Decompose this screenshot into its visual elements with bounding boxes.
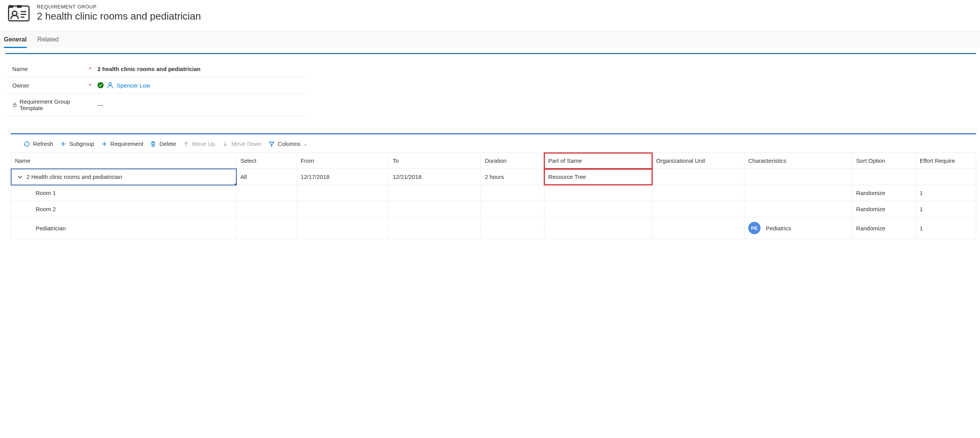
- subgroup-button[interactable]: Subgroup: [60, 140, 94, 147]
- filter-icon: [269, 141, 275, 147]
- arrow-up-icon: [183, 141, 189, 147]
- cell-partofsame[interactable]: [544, 217, 652, 239]
- cell-select[interactable]: [236, 201, 297, 217]
- columns-button[interactable]: Columns ⌄: [269, 140, 307, 147]
- cell-effort[interactable]: [916, 169, 976, 185]
- grid-toolbar: Refresh Subgroup Requirement Delete Move…: [11, 140, 976, 152]
- table-row[interactable]: 2 Health clinic rooms and pediatrician A…: [11, 169, 976, 185]
- refresh-label: Refresh: [33, 140, 53, 147]
- cell-characteristics[interactable]: [744, 201, 852, 217]
- cell-name[interactable]: 2 Health clinic rooms and pediatrician: [11, 169, 236, 185]
- cell-from[interactable]: [297, 185, 389, 201]
- tab-general[interactable]: General: [4, 31, 27, 48]
- cell-duration[interactable]: [481, 185, 544, 201]
- cell-characteristics[interactable]: PE Pediatrics: [744, 217, 852, 239]
- cell-orgunit[interactable]: [652, 185, 744, 201]
- refresh-icon: [24, 141, 30, 147]
- field-template-label-text: Requirement Group Template: [20, 98, 89, 111]
- characteristic-text: Pediatrics: [766, 225, 791, 231]
- cell-name-text: Room 2: [15, 206, 232, 212]
- chevron-down-icon[interactable]: [17, 174, 23, 180]
- field-owner-value[interactable]: Spencer Low: [97, 82, 150, 89]
- trash-icon: [150, 141, 156, 147]
- col-sortoption[interactable]: Sort Option: [852, 153, 916, 169]
- required-spacer: [89, 102, 93, 108]
- field-template: Requirement Group Template ---: [5, 94, 305, 116]
- cell-name[interactable]: Pediatrician: [11, 217, 236, 239]
- cell-duration[interactable]: 2 hours: [481, 169, 544, 185]
- col-name[interactable]: Name: [11, 153, 236, 169]
- entity-label: REQUIREMENT GROUP: [37, 4, 201, 10]
- field-owner-label: Owner: [12, 82, 89, 89]
- refresh-button[interactable]: Refresh: [24, 140, 53, 147]
- field-template-value[interactable]: ---: [97, 102, 103, 108]
- record-title: 2 health clinic rooms and pediatrician: [37, 10, 201, 22]
- cell-name-text: Room 1: [15, 190, 232, 196]
- cell-select[interactable]: [236, 185, 297, 201]
- general-section: Name * 2 health clinic rooms and pediatr…: [5, 53, 976, 128]
- cell-characteristics[interactable]: [744, 169, 852, 185]
- cell-partofsame[interactable]: [544, 201, 652, 217]
- cell-partofsame[interactable]: Resource Tree: [544, 169, 652, 185]
- movedown-button: Move Down: [222, 140, 262, 147]
- tab-related[interactable]: Related: [38, 31, 59, 48]
- cell-name-text: Pediatrician: [15, 225, 232, 231]
- cell-sortoption[interactable]: Randomize: [852, 201, 916, 217]
- svg-rect-1: [8, 5, 13, 8]
- cell-sortoption[interactable]: Randomize: [852, 217, 916, 239]
- cell-effort[interactable]: 1: [916, 201, 976, 217]
- cell-name[interactable]: Room 2: [11, 201, 236, 217]
- col-characteristics[interactable]: Characteristics: [744, 153, 852, 169]
- cell-select[interactable]: All: [236, 169, 297, 185]
- col-from[interactable]: From: [297, 153, 389, 169]
- cell-sortoption[interactable]: [852, 169, 916, 185]
- movedown-label: Move Down: [231, 140, 262, 147]
- form-tabs: General Related: [0, 31, 980, 48]
- cell-characteristics[interactable]: [744, 185, 852, 201]
- cell-select[interactable]: [236, 217, 297, 239]
- cell-orgunit[interactable]: [652, 201, 744, 217]
- cell-name-text: 2 Health clinic rooms and pediatrician: [26, 174, 122, 180]
- cell-from[interactable]: [297, 201, 389, 217]
- col-partofsame[interactable]: Part of Same: [544, 153, 652, 169]
- moveup-label: Move Up: [192, 140, 215, 147]
- field-name-value[interactable]: 2 health clinic rooms and pediatrician: [97, 66, 200, 72]
- columns-label: Columns: [278, 140, 300, 147]
- arrow-down-icon: [222, 141, 228, 147]
- cell-to[interactable]: 12/21/2018: [389, 169, 481, 185]
- cell-partofsame[interactable]: [544, 185, 652, 201]
- table-row[interactable]: Pediatrician PE Pediatrics Randomize 1: [11, 217, 976, 239]
- plus-icon: [101, 141, 107, 147]
- col-effort[interactable]: Effort Require: [916, 153, 976, 169]
- field-template-label: Requirement Group Template: [12, 98, 89, 111]
- cell-duration[interactable]: [481, 201, 544, 217]
- col-duration[interactable]: Duration: [481, 153, 544, 169]
- requirement-button[interactable]: Requirement: [101, 140, 144, 147]
- lock-icon: [12, 102, 17, 107]
- owner-link[interactable]: Spencer Low: [117, 82, 150, 89]
- svg-point-8: [109, 83, 112, 85]
- requirements-table: Name Select From To Duration Part of Sam…: [11, 152, 976, 239]
- cell-sortoption[interactable]: Randomize: [852, 185, 916, 201]
- cell-effort[interactable]: 1: [916, 217, 976, 239]
- cell-to[interactable]: [389, 185, 481, 201]
- delete-button[interactable]: Delete: [150, 140, 176, 147]
- col-select[interactable]: Select: [236, 153, 297, 169]
- cell-orgunit[interactable]: [652, 217, 744, 239]
- cell-to[interactable]: [389, 217, 481, 239]
- cell-from[interactable]: 12/17/2018: [297, 169, 389, 185]
- cell-orgunit[interactable]: [652, 169, 744, 185]
- col-to[interactable]: To: [389, 153, 481, 169]
- cell-to[interactable]: [389, 201, 481, 217]
- table-row[interactable]: Room 2 Randomize 1: [11, 201, 976, 217]
- field-owner: Owner * Spencer Low: [5, 77, 305, 94]
- field-name: Name * 2 health clinic rooms and pediatr…: [5, 61, 305, 77]
- cell-name[interactable]: Room 1: [11, 185, 236, 201]
- cell-effort[interactable]: 1: [916, 185, 976, 201]
- cell-duration[interactable]: [481, 217, 544, 239]
- verified-icon: [97, 82, 104, 88]
- col-orgunit[interactable]: Organizational Unit: [652, 153, 744, 169]
- cell-from[interactable]: [297, 217, 389, 239]
- table-row[interactable]: Room 1 Randomize 1: [11, 185, 976, 201]
- record-header: REQUIREMENT GROUP 2 health clinic rooms …: [0, 0, 980, 31]
